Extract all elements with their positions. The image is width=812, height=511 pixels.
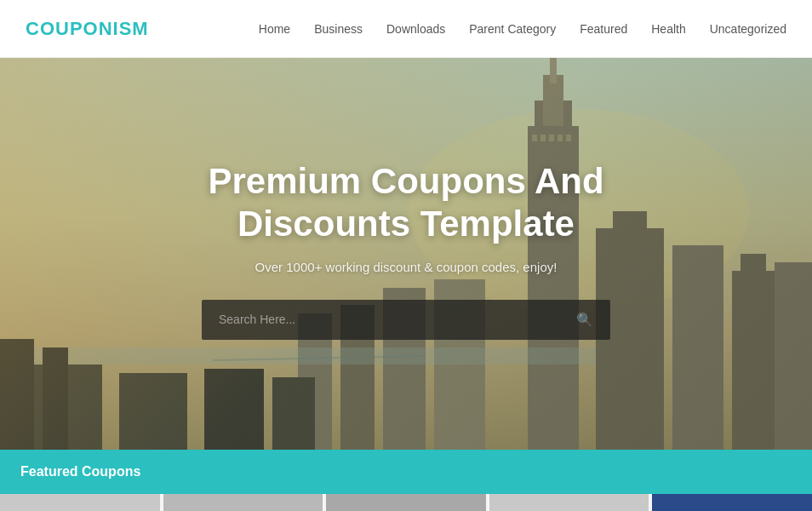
nav-link-business[interactable]: Business bbox=[314, 22, 363, 36]
card-item-3[interactable] bbox=[326, 494, 486, 511]
nav-item-business[interactable]: Business bbox=[314, 21, 363, 37]
featured-coupons-title: Featured Coupons bbox=[20, 464, 140, 479]
card-item-2[interactable] bbox=[163, 494, 323, 511]
nav-item-downloads[interactable]: Downloads bbox=[386, 21, 445, 37]
search-icon: 🔍 bbox=[576, 312, 593, 328]
nav-list: Home Business Downloads Parent Category … bbox=[259, 21, 786, 37]
nav-link-featured[interactable]: Featured bbox=[580, 22, 627, 36]
nav-item-health[interactable]: Health bbox=[651, 21, 685, 37]
search-bar: 🔍 bbox=[202, 300, 610, 340]
header: COUPONISM Home Business Downloads Parent… bbox=[0, 0, 812, 58]
nav-item-uncategorized[interactable]: Uncategorized bbox=[710, 21, 786, 37]
nav-link-uncategorized[interactable]: Uncategorized bbox=[710, 22, 786, 36]
main-nav: Home Business Downloads Parent Category … bbox=[259, 21, 786, 37]
cards-strip bbox=[0, 494, 812, 511]
nav-item-featured[interactable]: Featured bbox=[580, 21, 627, 37]
nav-link-home[interactable]: Home bbox=[259, 22, 290, 36]
nav-item-home[interactable]: Home bbox=[259, 21, 290, 37]
hero-section: Premium Coupons And Discounts Template O… bbox=[0, 58, 812, 450]
logo-coupon: COUPON bbox=[26, 18, 113, 39]
card-item-5[interactable] bbox=[652, 494, 812, 511]
hero-subtitle: Over 1000+ working discount & coupon cod… bbox=[0, 260, 812, 274]
logo[interactable]: COUPONISM bbox=[26, 18, 149, 40]
nav-link-health[interactable]: Health bbox=[651, 22, 685, 36]
nav-link-downloads[interactable]: Downloads bbox=[386, 22, 445, 36]
search-input[interactable] bbox=[219, 313, 576, 326]
card-item-4[interactable] bbox=[489, 494, 649, 511]
nav-link-parent-category[interactable]: Parent Category bbox=[469, 22, 556, 36]
hero-content: Premium Coupons And Discounts Template O… bbox=[0, 58, 812, 340]
card-item-1[interactable] bbox=[0, 494, 160, 511]
nav-item-parent-category[interactable]: Parent Category bbox=[469, 21, 556, 37]
logo-ism: ISM bbox=[113, 18, 149, 39]
featured-coupons-bar: Featured Coupons bbox=[0, 450, 812, 494]
hero-title: Premium Coupons And Discounts Template bbox=[151, 160, 661, 246]
